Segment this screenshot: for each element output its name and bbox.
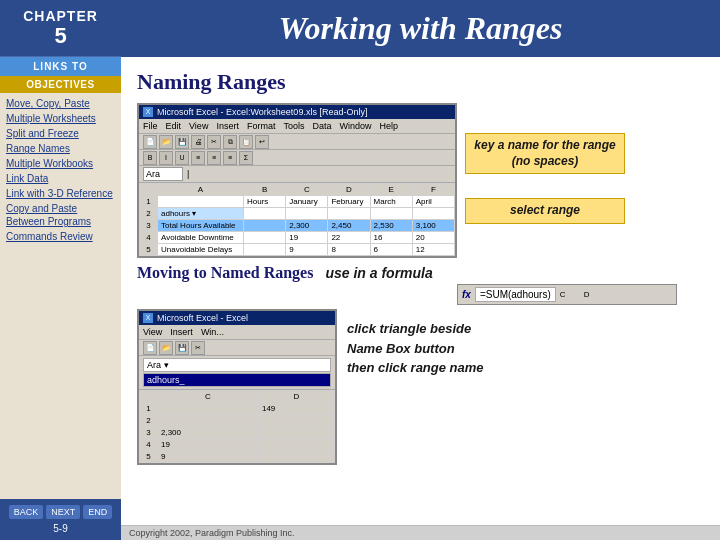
name-dropdown-adhours[interactable]: adhours_ — [143, 373, 331, 387]
range-names-link[interactable]: Range Names — [6, 142, 115, 155]
move-copy-paste-link[interactable]: Move, Copy, Paste — [6, 97, 115, 110]
cell-b5[interactable] — [244, 244, 286, 256]
menu-insert[interactable]: Insert — [216, 121, 239, 131]
cell-a1[interactable] — [158, 196, 244, 208]
toolbar-print[interactable]: 🖨 — [191, 135, 205, 149]
toolbar-align-right[interactable]: ≡ — [223, 151, 237, 165]
cell-a5[interactable]: Unavoidable Delays — [158, 244, 244, 256]
cell2-d2[interactable] — [258, 415, 334, 427]
multiple-workbooks-link[interactable]: Multiple Workbooks — [6, 157, 115, 170]
cell2-c5[interactable]: 9 — [158, 451, 259, 463]
copy-paste-programs-link[interactable]: Copy and Paste Between Programs — [6, 202, 115, 228]
cell-b2[interactable] — [244, 208, 286, 220]
list-item[interactable]: Copy and Paste Between Programs — [6, 202, 115, 228]
list-item[interactable]: Link Data — [6, 172, 115, 185]
cell-a3[interactable]: Total Hours Available — [158, 220, 244, 232]
cell-b1[interactable]: Hours — [244, 196, 286, 208]
menu-help[interactable]: Help — [379, 121, 398, 131]
cell2-c1[interactable] — [158, 403, 259, 415]
cell-e1[interactable]: March — [370, 196, 412, 208]
cell2-d3[interactable] — [258, 427, 334, 439]
menu-window[interactable]: Window — [339, 121, 371, 131]
end-button[interactable]: END — [83, 505, 112, 519]
list-item[interactable]: Split and Freeze — [6, 127, 115, 140]
toolbar-align-left[interactable]: ≡ — [191, 151, 205, 165]
excel-icon-2: X — [143, 313, 153, 323]
tb3-3[interactable]: 💾 — [175, 341, 189, 355]
cell2-c4[interactable]: 19 — [158, 439, 259, 451]
menu-format[interactable]: Format — [247, 121, 276, 131]
cell-f1[interactable]: April — [412, 196, 454, 208]
next-button[interactable]: NEXT — [46, 505, 80, 519]
cell-e2[interactable] — [370, 208, 412, 220]
menu-edit[interactable]: Edit — [166, 121, 182, 131]
name-dropdown-ara[interactable]: Ara ▾ — [143, 358, 331, 372]
spreadsheet-table-2: C D 1 149 2 — [139, 390, 335, 463]
cell2-c2[interactable] — [158, 415, 259, 427]
toolbar-copy[interactable]: ⧉ — [223, 135, 237, 149]
back-button[interactable]: BACK — [9, 505, 44, 519]
list-item[interactable]: Move, Copy, Paste — [6, 97, 115, 110]
toolbar-italic[interactable]: I — [159, 151, 173, 165]
cell-a2[interactable]: adhours ▾ — [158, 208, 244, 220]
list-item[interactable]: Link with 3-D Reference — [6, 187, 115, 200]
menu2-insert[interactable]: Insert — [170, 327, 193, 337]
cell-d1[interactable]: February — [328, 196, 370, 208]
tb3-1[interactable]: 📄 — [143, 341, 157, 355]
cell-c1[interactable]: January — [286, 196, 328, 208]
toolbar-bold[interactable]: B — [143, 151, 157, 165]
cell2-d1[interactable]: 149 — [258, 403, 334, 415]
cell-d3[interactable]: 2,450 — [328, 220, 370, 232]
toolbar-underline[interactable]: U — [175, 151, 189, 165]
cell-e3[interactable]: 2,530 — [370, 220, 412, 232]
cell2-d4[interactable] — [258, 439, 334, 451]
split-freeze-link[interactable]: Split and Freeze — [6, 127, 115, 140]
link-data-link[interactable]: Link Data — [6, 172, 115, 185]
cell-f5[interactable]: 12 — [412, 244, 454, 256]
menu-tools[interactable]: Tools — [283, 121, 304, 131]
cell-c2[interactable] — [286, 208, 328, 220]
toolbar-align-center[interactable]: ≡ — [207, 151, 221, 165]
toolbar-open[interactable]: 📂 — [159, 135, 173, 149]
cell-f4[interactable]: 20 — [412, 232, 454, 244]
cell-c4[interactable]: 19 — [286, 232, 328, 244]
menu-file[interactable]: File — [143, 121, 158, 131]
cell-f3[interactable]: 3,100 — [412, 220, 454, 232]
moving-named-ranges-title: Moving to Named Ranges — [137, 264, 313, 282]
list-item[interactable]: Range Names — [6, 142, 115, 155]
cell-e4[interactable]: 16 — [370, 232, 412, 244]
menu2-view[interactable]: View — [143, 327, 162, 337]
cell2-d5[interactable] — [258, 451, 334, 463]
menu2-win[interactable]: Win... — [201, 327, 224, 337]
row-number: 3 — [140, 427, 158, 439]
toolbar-cut[interactable]: ✂ — [207, 135, 221, 149]
cell-e5[interactable]: 6 — [370, 244, 412, 256]
cell-d4[interactable]: 22 — [328, 232, 370, 244]
commands-review-link[interactable]: Commands Review — [6, 230, 115, 243]
cell-d5[interactable]: 8 — [328, 244, 370, 256]
toolbar-paste[interactable]: 📋 — [239, 135, 253, 149]
tb3-4[interactable]: ✂ — [191, 341, 205, 355]
list-item[interactable]: Commands Review — [6, 230, 115, 243]
link-3d-link[interactable]: Link with 3-D Reference — [6, 187, 115, 200]
cell-c5[interactable]: 9 — [286, 244, 328, 256]
toolbar-sum[interactable]: Σ — [239, 151, 253, 165]
menu-view[interactable]: View — [189, 121, 208, 131]
list-item[interactable]: Multiple Workbooks — [6, 157, 115, 170]
toolbar-new[interactable]: 📄 — [143, 135, 157, 149]
cell-b4[interactable] — [244, 232, 286, 244]
cell2-c3[interactable]: 2,300 — [158, 427, 259, 439]
cell-f2[interactable] — [412, 208, 454, 220]
list-item[interactable]: Multiple Worksheets — [6, 112, 115, 125]
cell-b3[interactable] — [244, 220, 286, 232]
tb3-2[interactable]: 📂 — [159, 341, 173, 355]
multiple-worksheets-link[interactable]: Multiple Worksheets — [6, 112, 115, 125]
cell-a4[interactable]: Avoidable Downtime — [158, 232, 244, 244]
cell-c3[interactable]: 2,300 — [286, 220, 328, 232]
cell-d2[interactable] — [328, 208, 370, 220]
name-box[interactable]: Ara — [143, 167, 183, 181]
toolbar-undo[interactable]: ↩ — [255, 135, 269, 149]
col-header-a: A — [158, 184, 244, 196]
menu-data[interactable]: Data — [312, 121, 331, 131]
toolbar-save[interactable]: 💾 — [175, 135, 189, 149]
